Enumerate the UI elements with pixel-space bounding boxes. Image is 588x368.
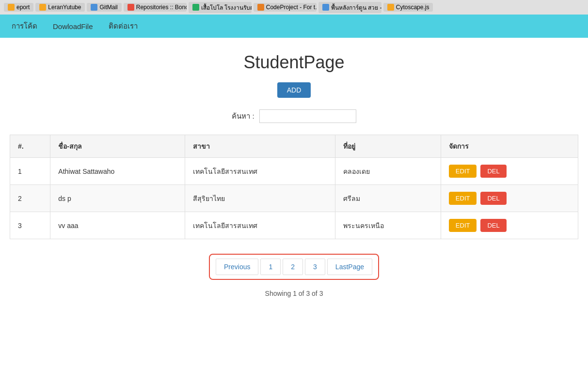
tab-icon-leran: [39, 4, 46, 11]
cell-actions-1: EDIT DEL: [441, 185, 578, 212]
cell-name-0: Athiwat Sattawaho: [50, 158, 185, 185]
tab-polo[interactable]: เสื้อโปโล โรงงานรับผลิต...: [189, 2, 252, 13]
tab-icon-cytoscape: [387, 4, 394, 11]
tab-label-repositories: Repositories :: Bono...: [136, 4, 187, 11]
previous-button[interactable]: Previous: [216, 259, 258, 275]
tab-background[interactable]: พื้นหลังการ์ตูน สวย - คั...: [318, 2, 381, 13]
tab-icon-codeproject: [257, 4, 264, 11]
cell-number-1: 2: [10, 185, 50, 212]
main-content: StudentPage ADD ค้นหา : #. ชื่อ-สกุล สาข…: [0, 38, 588, 317]
nav-item-code[interactable]: การโค้ด: [10, 16, 39, 36]
del-button-1[interactable]: DEL: [480, 192, 506, 205]
edit-button-0[interactable]: EDIT: [449, 165, 477, 178]
add-btn-container: ADD: [10, 82, 578, 98]
tab-gitmail[interactable]: GitMail: [87, 3, 121, 12]
tab-icon-background: [322, 4, 329, 11]
pagination-container: Previous 1 2 3 LastPage: [10, 254, 578, 280]
tab-label-leran: LeranYutube: [48, 4, 81, 11]
page-1-button[interactable]: 1: [260, 259, 281, 275]
tab-icon-repositories: [127, 4, 134, 11]
col-header-actions: จัดการ: [441, 135, 578, 158]
tab-icon-report: [8, 4, 15, 11]
tab-icon-polo: [192, 4, 199, 11]
cell-actions-0: EDIT DEL: [441, 158, 578, 185]
del-button-2[interactable]: DEL: [480, 219, 506, 232]
cell-name-2: vv aaa: [50, 212, 185, 239]
cell-number-0: 1: [10, 158, 50, 185]
cell-major-1: สีสุริยาไทย: [185, 185, 335, 212]
cell-number-2: 3: [10, 212, 50, 239]
tab-label-cytoscape: Cytoscape.js: [396, 4, 429, 11]
tab-repositories[interactable]: Repositories :: Bono...: [124, 3, 187, 12]
edit-button-1[interactable]: EDIT: [449, 192, 477, 205]
tab-label-polo: เสื้อโปโล โรงงานรับผลิต...: [201, 3, 252, 12]
tab-label-report: eport: [16, 4, 30, 11]
table-row: 2 ds p สีสุริยาไทย ศรีลม EDIT DEL: [10, 185, 578, 212]
cell-address-0: คลองเดย: [335, 158, 441, 185]
cell-name-1: ds p: [50, 185, 185, 212]
nav-item-contact[interactable]: ติดต่อเรา: [107, 16, 140, 36]
cell-actions-2: EDIT DEL: [441, 212, 578, 239]
nav-item-download[interactable]: DowloadFile: [51, 18, 95, 34]
table-row: 3 vv aaa เทคโนโลยีสารสนเทศ พระนครเหนือ E…: [10, 212, 578, 239]
search-input[interactable]: [259, 109, 356, 123]
table-header-row: #. ชื่อ-สกุล สาขา ที่อยู่ จัดการ: [10, 135, 578, 158]
search-container: ค้นหา :: [10, 109, 578, 123]
del-button-0[interactable]: DEL: [480, 165, 506, 178]
add-button[interactable]: ADD: [277, 82, 311, 98]
tab-label-gitmail: GitMail: [99, 4, 117, 11]
student-table: #. ชื่อ-สกุล สาขา ที่อยู่ จัดการ 1 Athiw…: [10, 135, 578, 239]
page-3-button[interactable]: 3: [305, 259, 325, 275]
page-title: StudentPage: [10, 52, 578, 73]
showing-text: Showing 1 of 3 of 3: [10, 290, 578, 297]
pagination-wrapper: Previous 1 2 3 LastPage: [209, 254, 379, 280]
cell-major-0: เทคโนโลยีสารสนเทศ: [185, 158, 335, 185]
cell-address-2: พระนครเหนือ: [335, 212, 441, 239]
search-label: ค้นหา :: [232, 112, 254, 120]
tab-leran[interactable]: LeranYutube: [35, 3, 85, 12]
col-header-number: #.: [10, 135, 50, 158]
tab-codeproject[interactable]: CodeProject - For t...: [254, 3, 317, 12]
col-header-address: ที่อยู่: [335, 135, 441, 158]
tab-cytoscape[interactable]: Cytoscape.js: [383, 3, 433, 12]
navbar: การโค้ด DowloadFile ติดต่อเรา: [0, 15, 588, 38]
tab-label-background: พื้นหลังการ์ตูน สวย - คั...: [331, 3, 381, 12]
page-2-button[interactable]: 2: [283, 259, 303, 275]
browser-tabs: eport LeranYutube GitMail Repositories :…: [0, 0, 588, 15]
cell-major-2: เทคโนโลยีสารสนเทศ: [185, 212, 335, 239]
tab-report[interactable]: eport: [4, 3, 33, 12]
col-header-name: ชื่อ-สกุล: [50, 135, 185, 158]
cell-address-1: ศรีลม: [335, 185, 441, 212]
table-row: 1 Athiwat Sattawaho เทคโนโลยีสารสนเทศ คล…: [10, 158, 578, 185]
lastpage-button[interactable]: LastPage: [327, 259, 372, 275]
tab-icon-gitmail: [91, 4, 97, 11]
tab-label-codeproject: CodeProject - For t...: [266, 4, 317, 11]
edit-button-2[interactable]: EDIT: [449, 219, 477, 232]
col-header-major: สาขา: [185, 135, 335, 158]
